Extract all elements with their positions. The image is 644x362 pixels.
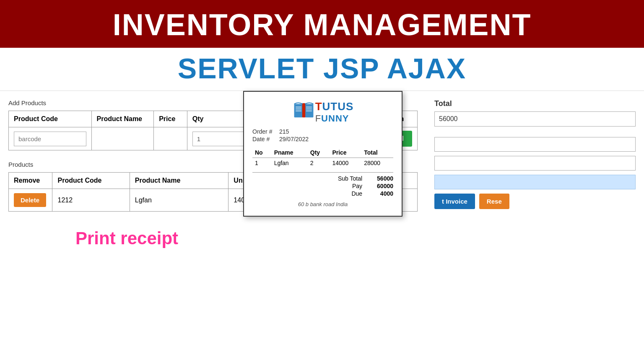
due-row: Due 4000	[252, 190, 393, 197]
receipt-header-row: No Pname Qty Price Total	[252, 147, 393, 158]
logo-funny: FUNNY	[315, 113, 354, 124]
receipt-logo: TUTUS FUNNY	[252, 100, 393, 124]
row-product-name: Lgfan	[130, 189, 229, 212]
book-icon	[292, 100, 315, 123]
receipt-table: No Pname Qty Price Total 1 Lgfan 2 14000…	[252, 147, 393, 168]
invoice-button[interactable]: t Invoice	[434, 194, 475, 209]
barcode-cell	[9, 127, 92, 150]
rcol-qty: Qty	[308, 147, 330, 158]
total-input[interactable]	[434, 111, 636, 127]
rcell-price: 14000	[330, 158, 361, 168]
sub-total-label: Sub Total	[329, 175, 362, 182]
header-top: INVENTORY MANAGEMENT	[0, 0, 644, 48]
right-input-1[interactable]	[434, 137, 636, 152]
delete-button[interactable]: Delete	[14, 193, 46, 207]
pay-label: Pay	[329, 183, 362, 189]
sub-total-row: Sub Total 56000	[252, 175, 393, 182]
logo-tutus: TUTUS	[315, 100, 354, 113]
col-price: Price	[154, 111, 187, 127]
right-panel-buttons: t Invoice Rese	[434, 194, 636, 209]
row-product-code: 1212	[52, 189, 130, 212]
right-input-2[interactable]	[434, 156, 636, 171]
order-value: 215	[279, 128, 289, 135]
rcell-total: 28000	[361, 158, 393, 168]
right-input-3[interactable]	[434, 175, 636, 189]
print-receipt-label: Print receipt	[75, 228, 418, 248]
col-prod-code: Product Code	[52, 173, 130, 189]
pay-value: 60000	[368, 183, 393, 189]
date-label: Date #	[252, 136, 278, 142]
receipt-row: 1 Lgfan 2 14000 28000	[252, 158, 393, 168]
due-value: 4000	[368, 190, 393, 197]
due-label: Due	[329, 190, 362, 197]
col-prod-name: Product Name	[130, 173, 229, 189]
logo-text: TUTUS FUNNY	[315, 100, 354, 124]
col-remove: Remove	[9, 173, 52, 189]
pay-row: Pay 60000	[252, 183, 393, 189]
total-label: Total	[434, 99, 636, 108]
main-content: Add Products Product Code Product Name P…	[0, 91, 644, 248]
header-bottom: SERVLET JSP AJAX	[0, 48, 644, 91]
receipt-info: Order # 215 Date # 29/07/2022	[252, 128, 393, 142]
rcell-no: 1	[252, 158, 272, 168]
rcol-price: Price	[330, 147, 361, 158]
reset-button[interactable]: Rese	[479, 194, 509, 209]
receipt-footer: 60 b bank road India	[252, 201, 393, 207]
main-title: INVENTORY MANAGEMENT	[0, 8, 644, 42]
right-panel: Total t Invoice Rese	[426, 99, 636, 248]
svg-rect-2	[302, 103, 305, 117]
sub-title: SERVLET JSP AJAX	[0, 52, 644, 85]
date-row: Date # 29/07/2022	[252, 136, 393, 142]
rcol-total: Total	[361, 147, 393, 158]
logo-utus: UTUS	[322, 100, 354, 113]
rcell-pname: Lgfan	[272, 158, 308, 168]
receipt-modal: TUTUS FUNNY Order # 215 Date # 29/07/202…	[243, 91, 402, 217]
rcol-pname: Pname	[272, 147, 308, 158]
delete-cell: Delete	[9, 189, 52, 212]
logo-t-red: T	[315, 100, 322, 113]
product-name-cell	[91, 127, 154, 150]
barcode-input[interactable]	[14, 132, 86, 146]
col-product-name: Product Name	[91, 111, 154, 127]
sub-total-value: 56000	[368, 175, 393, 182]
order-row: Order # 215	[252, 128, 393, 135]
price-cell	[154, 127, 187, 150]
date-value: 29/07/2022	[279, 136, 309, 142]
rcell-qty: 2	[308, 158, 330, 168]
rcol-no: No	[252, 147, 272, 158]
order-label: Order #	[252, 128, 278, 135]
col-product-code: Product Code	[9, 111, 92, 127]
receipt-totals: Sub Total 56000 Pay 60000 Due 4000	[252, 172, 393, 197]
